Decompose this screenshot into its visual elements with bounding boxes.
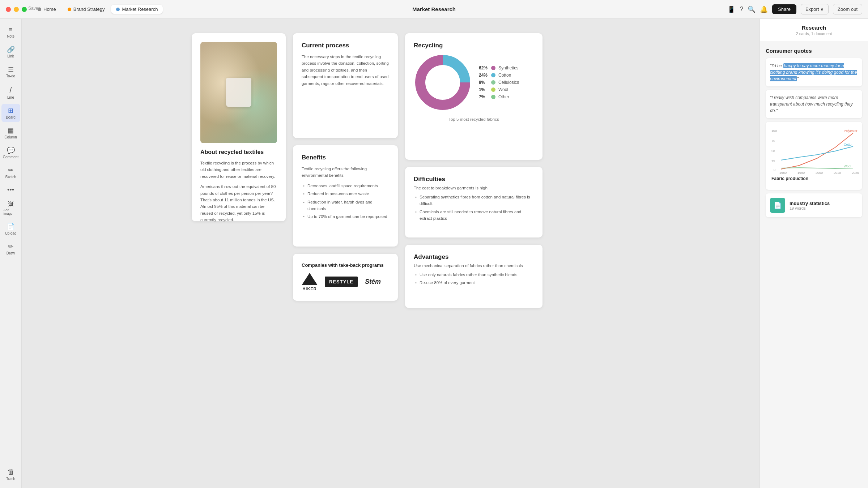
tab-brand-strategy[interactable]: Brand Strategy: [63, 5, 110, 14]
note-icon: ≡: [9, 26, 13, 34]
sidebar-item-trash[interactable]: 🗑 Trash: [1, 465, 20, 484]
card-about: About recycled textiles Textile recyclin…: [192, 33, 286, 221]
about-title: About recycled textiles: [200, 149, 277, 155]
process-title: Current process: [302, 42, 389, 49]
about-p1: Textile recycling is the process by whic…: [200, 160, 277, 180]
fabric-chart-title: Fabric production: [771, 176, 856, 181]
bell-icon[interactable]: 🔔: [760, 5, 768, 13]
link-label: Link: [7, 54, 14, 58]
difficulties-list: Separating synthetics fibres from cotton…: [414, 193, 534, 223]
document-icon: 📄: [774, 201, 782, 209]
other-dot: [491, 95, 495, 99]
advantage-item-2: Re-use 80% of every garment: [414, 279, 534, 287]
main-canvas: About recycled textiles Textile recyclin…: [22, 19, 868, 488]
svg-text:Cotton: Cotton: [844, 143, 854, 146]
about-p2: Americans throw out the equivalent of 80…: [200, 183, 277, 223]
share-button[interactable]: Share: [772, 4, 796, 14]
sidebar-item-board[interactable]: ⊞ Board: [1, 104, 20, 122]
benefit-item-4: Up to 70% of a garment can be repurposed: [302, 213, 389, 221]
export-button[interactable]: Export ∨: [801, 4, 829, 14]
link-icon: 🔗: [7, 46, 15, 53]
research-header: Research 2 cards, 1 document: [760, 19, 868, 42]
add-image-label: Add Image: [4, 208, 18, 215]
page-title: Market Research: [412, 6, 456, 12]
donut-container: 62% Synthetics 24% Cotton 8% Cellulosics: [414, 53, 534, 111]
benefit-item-1: Decreases landfill space requirements: [302, 182, 389, 190]
trash-label: Trash: [6, 477, 15, 481]
quote-card-1: "I'd be happy to pay more money for a cl…: [766, 58, 862, 86]
svg-text:50: 50: [771, 149, 775, 153]
sidebar-item-add-image[interactable]: 🖼 Add Image: [1, 198, 20, 218]
column-label: Column: [4, 135, 17, 139]
sidebar-item-more[interactable]: •••: [1, 183, 20, 197]
svg-point-6: [426, 66, 459, 99]
difficulties-title: Difficulties: [414, 176, 534, 183]
notifications-icon[interactable]: 📱: [727, 5, 735, 13]
column-icon: ▦: [8, 127, 14, 134]
sidebar-item-column[interactable]: ▦ Column: [1, 124, 20, 142]
legend-cellulosics: 8% Cellulosics: [479, 80, 519, 85]
quote-2-text: "I really wish companies were more trans…: [770, 95, 853, 113]
restyle-logo: RESTYLE: [325, 277, 358, 287]
card-recycling: Recycling: [405, 33, 542, 160]
difficulties-summary: The cost to breakdown garments is high: [414, 186, 534, 190]
recycling-subtitle: Top 5 most recycled fabrics: [414, 117, 534, 121]
sidebar-item-line[interactable]: / Line: [1, 82, 20, 102]
recycling-title: Recycling: [414, 42, 534, 49]
research-panel: Research 2 cards, 1 document Consumer qu…: [760, 19, 868, 488]
difficulty-item-2: Chemicals are still needed to remove nat…: [414, 208, 534, 223]
quote-1-highlight: happy to pay more money for a clothing b…: [770, 63, 857, 81]
canvas-inner: About recycled textiles Textile recyclin…: [192, 33, 698, 359]
sidebar-item-draw[interactable]: ✏ Draw: [1, 240, 20, 258]
search-icon[interactable]: 🔍: [748, 5, 756, 13]
benefits-title: Benefits: [302, 154, 389, 161]
legend-cotton: 24% Cotton: [479, 73, 519, 78]
card-process: Current process The necessary steps in t…: [293, 33, 398, 138]
upload-icon: 📄: [7, 223, 15, 231]
tab-market-research[interactable]: Market Research: [111, 5, 163, 14]
svg-text:0: 0: [774, 168, 775, 172]
note-label: Note: [7, 34, 14, 38]
sidebar-item-note[interactable]: ≡ Note: [1, 23, 20, 41]
industry-icon-bg: 📄: [770, 198, 785, 213]
svg-text:25: 25: [771, 159, 775, 163]
quote-1-after: ": [797, 76, 799, 81]
topbar-actions: 📱 ? 🔍 🔔 Share Export ∨ Zoom out: [727, 4, 862, 14]
difficulty-item-1: Separating synthetics fibres from cotton…: [414, 193, 534, 208]
benefits-intro: Textile recycling offers the following e…: [302, 166, 389, 179]
maximize-window-button[interactable]: [22, 7, 27, 12]
tab-market-label: Market Research: [122, 7, 158, 12]
hiker-mountain-icon: [302, 272, 318, 286]
sidebar-item-upload[interactable]: 📄 Upload: [1, 220, 20, 238]
legend-other: 7% Other: [479, 94, 519, 99]
card-advantages: Advantages Use mechanical separation of …: [405, 245, 542, 308]
topbar: Home Brand Strategy Market Research Mark…: [0, 0, 868, 19]
help-icon[interactable]: ?: [740, 5, 743, 13]
trash-icon: 🗑: [7, 468, 14, 476]
sidebar-item-sketch[interactable]: ✏ Sketch: [1, 163, 20, 182]
board-label: Board: [6, 115, 16, 119]
zoom-out-button[interactable]: Zoom out: [833, 4, 862, 14]
fabric-chart-svg: 100 75 50 25 0 1980 1990 2000 2010 2020 …: [771, 128, 865, 175]
svg-text:1980: 1980: [779, 171, 787, 175]
tab-home-label: Home: [43, 7, 56, 12]
minimize-window-button[interactable]: [14, 7, 19, 12]
recycling-legend: 62% Synthetics 24% Cotton 8% Cellulosics: [479, 65, 519, 99]
comment-label: Comment: [3, 155, 18, 159]
recycling-donut-chart: [414, 53, 472, 111]
tab-brand-label: Brand Strategy: [73, 7, 105, 12]
industry-statistics-card[interactable]: 📄 Industry statistics 19 words: [766, 193, 862, 217]
svg-text:2010: 2010: [834, 171, 841, 175]
sidebar-item-link[interactable]: 🔗 Link: [1, 43, 20, 61]
benefit-item-3: Reduction in water, harsh dyes and chemi…: [302, 198, 389, 213]
saved-label: Saved: [28, 6, 41, 11]
sidebar-item-todo[interactable]: ☰ To-do: [1, 63, 20, 81]
tab-bar: Home Brand Strategy Market Research: [33, 5, 163, 14]
sidebar-item-comment[interactable]: 💬 Comment: [1, 144, 20, 162]
draw-label: Draw: [7, 251, 15, 255]
synthetics-dot: [491, 66, 495, 70]
advantages-list: Use only naturals fabrics rather than sy…: [414, 271, 534, 287]
legend-synthetics: 62% Synthetics: [479, 65, 519, 70]
close-window-button[interactable]: [6, 7, 11, 12]
consumer-quotes-title: Consumer quotes: [766, 48, 862, 54]
